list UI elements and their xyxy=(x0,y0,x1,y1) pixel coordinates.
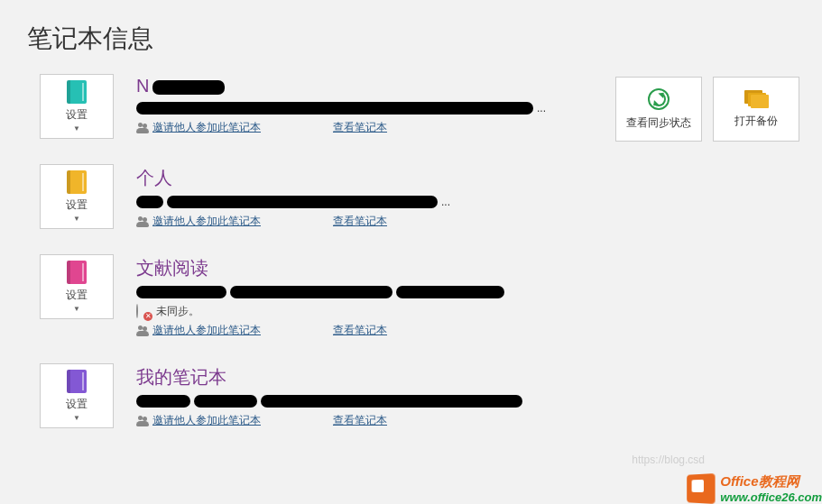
people-icon xyxy=(136,325,149,336)
page-title: 笔记本信息 xyxy=(0,0,822,74)
notebook-row: 设置 ▼ 个人 ... 邀请他人参加此笔记本 查看笔记本 xyxy=(40,164,822,229)
notebook-settings-button[interactable]: 设置 ▼ xyxy=(40,363,114,428)
notebook-row: 设置 ▼ 我的笔记本 邀请他人参加此笔记本 查看笔记本 xyxy=(40,363,822,428)
notebook-name: 文献阅读 xyxy=(136,256,569,280)
faint-url-text: https://blog.csd xyxy=(632,454,705,466)
notebook-name: 个人 xyxy=(136,166,569,190)
notebook-icon xyxy=(67,261,87,284)
invite-link[interactable]: 邀请他人参加此笔记本 xyxy=(152,120,261,135)
watermark: Office教程网 www.office26.com xyxy=(686,473,822,504)
notebook-icon xyxy=(67,80,87,104)
notebook-settings-button[interactable]: 设置 ▼ xyxy=(40,164,114,229)
people-icon xyxy=(136,416,149,426)
invite-link[interactable]: 邀请他人参加此笔记本 xyxy=(152,214,261,229)
open-backup-button[interactable]: 打开备份 xyxy=(713,77,799,142)
sync-button-label: 查看同步状态 xyxy=(626,115,691,131)
notebook-path: ... xyxy=(136,102,569,115)
notebook-path xyxy=(136,286,569,298)
view-sync-status-button[interactable]: 查看同步状态 xyxy=(615,77,702,142)
chevron-down-icon: ▼ xyxy=(73,215,80,223)
people-icon xyxy=(136,123,149,133)
notebook-path xyxy=(136,395,569,408)
invite-link[interactable]: 邀请他人参加此笔记本 xyxy=(152,413,261,428)
notebook-row: 设置 ▼ 文献阅读 ✕ 未同步。 邀请他人参加此笔记本 查看笔记本 xyxy=(40,254,822,338)
notebook-path: ... xyxy=(136,196,569,208)
backup-button-label: 打开备份 xyxy=(734,114,778,129)
invite-link[interactable]: 邀请他人参加此笔记本 xyxy=(152,323,261,338)
notebook-settings-button[interactable]: 设置 ▼ xyxy=(40,74,114,139)
notebook-name: N xyxy=(136,76,569,96)
settings-label: 设置 xyxy=(66,288,88,303)
sync-icon xyxy=(648,88,670,110)
watermark-line1: Office教程网 xyxy=(720,473,799,489)
settings-label: 设置 xyxy=(66,197,88,213)
notebook-icon xyxy=(67,170,87,194)
watermark-line2: www.office26.com xyxy=(720,490,822,504)
sync-status: ✕ 未同步。 xyxy=(136,304,569,319)
chevron-down-icon: ▼ xyxy=(73,124,80,133)
settings-label: 设置 xyxy=(66,107,88,123)
folder-stack-icon xyxy=(744,90,768,108)
view-notebook-link[interactable]: 查看笔记本 xyxy=(333,120,387,135)
notebook-name: 我的笔记本 xyxy=(136,365,569,389)
view-notebook-link[interactable]: 查看笔记本 xyxy=(333,214,387,229)
view-notebook-link[interactable]: 查看笔记本 xyxy=(333,323,387,338)
chevron-down-icon: ▼ xyxy=(73,305,80,313)
notebook-settings-button[interactable]: 设置 ▼ xyxy=(40,254,114,319)
people-icon xyxy=(136,216,149,227)
chevron-down-icon: ▼ xyxy=(73,414,80,422)
sync-error-icon: ✕ xyxy=(136,305,151,319)
view-notebook-link[interactable]: 查看笔记本 xyxy=(333,413,387,428)
settings-label: 设置 xyxy=(66,397,88,412)
notebook-icon xyxy=(67,370,87,393)
watermark-logo-icon xyxy=(687,473,715,504)
